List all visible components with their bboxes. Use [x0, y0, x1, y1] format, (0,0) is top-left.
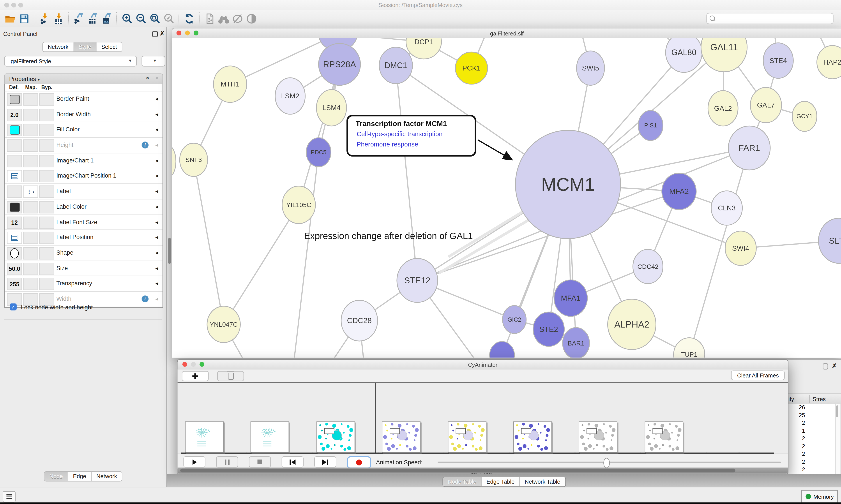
annotation-link[interactable]: Cell-type-specific transcription [357, 130, 443, 138]
default-value-cell[interactable] [7, 170, 22, 182]
open-session-icon[interactable] [3, 12, 17, 25]
save-session-icon[interactable] [17, 12, 31, 25]
tab-node[interactable]: Node [44, 472, 68, 481]
property-row-border-width[interactable]: 2.0Border Width◂ [5, 107, 162, 122]
bypass-cell[interactable] [39, 109, 54, 121]
property-row-image-chart-position-1[interactable]: Image/Chart Position 1◂ [5, 168, 162, 184]
property-row-image-chart-1[interactable]: Image/Chart 1◂ [5, 153, 162, 168]
float-panel-icon[interactable] [823, 363, 828, 370]
annotation-box[interactable]: Transcription factor MCM1 Cell-type-spec… [346, 115, 476, 157]
mapping-cell[interactable]: ⋮› [23, 186, 38, 198]
bypass-cell[interactable] [39, 155, 54, 167]
default-value-cell[interactable] [7, 186, 22, 198]
tab-edge[interactable]: Edge [68, 472, 92, 481]
properties-header[interactable]: Properties ▾ » » [4, 74, 163, 84]
hide-details-icon[interactable] [231, 12, 245, 25]
expand-row-icon[interactable]: ◂ [155, 295, 158, 302]
info-icon[interactable]: i [142, 142, 149, 149]
bypass-cell[interactable] [39, 216, 54, 229]
mapping-cell[interactable] [23, 201, 38, 213]
mapping-cell[interactable] [23, 155, 38, 167]
frame-thumbnail-0[interactable] [185, 421, 223, 453]
property-row-shape[interactable]: Shape◂ [5, 246, 162, 261]
add-frame-button[interactable]: ✚ [182, 371, 209, 381]
color-swatch[interactable] [10, 126, 20, 135]
zoom-in-icon[interactable] [120, 12, 134, 25]
default-value-cell[interactable] [7, 155, 22, 167]
expand-row-icon[interactable]: ◂ [155, 249, 158, 256]
style-selector[interactable]: galFiltered Style ▾ [4, 56, 137, 67]
show-details-icon[interactable] [245, 12, 258, 25]
mapping-cell[interactable] [23, 232, 38, 244]
expand-row-icon[interactable]: ◂ [155, 234, 158, 241]
mapping-cell[interactable] [23, 124, 38, 137]
mapping-cell[interactable] [23, 170, 38, 182]
previous-frame-button[interactable] [282, 456, 304, 467]
tab-node-table[interactable]: Node Table [443, 477, 482, 486]
tab-style[interactable]: Style [74, 42, 96, 51]
default-value-cell[interactable] [7, 201, 22, 213]
record-button[interactable] [347, 456, 371, 469]
import-network-icon[interactable] [37, 12, 52, 25]
default-value-cell[interactable] [7, 93, 22, 106]
property-row-height[interactable]: Heighti◂ [5, 138, 162, 153]
close-panel-icon[interactable]: ✗ [832, 363, 837, 370]
clear-all-frames-button[interactable]: Clear All Frames [731, 371, 785, 380]
close-panel-icon[interactable]: ✗ [160, 30, 165, 37]
expand-row-icon[interactable]: ◂ [155, 111, 158, 118]
bypass-cell[interactable] [39, 201, 54, 213]
expand-all-icon[interactable]: » [145, 77, 151, 80]
default-value-cell[interactable]: 50.0 [7, 263, 22, 275]
property-row-label-font-size[interactable]: 12Label Font Size◂ [5, 215, 162, 230]
animation-speed-slider[interactable] [437, 462, 781, 463]
bypass-cell[interactable] [39, 186, 54, 198]
table-row[interactable]: 26 [787, 404, 836, 412]
mapping-cell[interactable] [23, 278, 38, 290]
default-value-cell[interactable]: 255 [7, 278, 22, 290]
bypass-cell[interactable] [39, 93, 54, 106]
property-row-label-position[interactable]: Label Position◂ [5, 230, 162, 246]
color-swatch[interactable] [10, 95, 20, 104]
mapping-cell[interactable] [23, 216, 38, 229]
property-row-label[interactable]: ⋮›Label◂ [5, 184, 162, 199]
expand-row-icon[interactable]: ◂ [155, 172, 158, 179]
table-row[interactable]: 2 [787, 435, 836, 443]
expand-row-icon[interactable]: ◂ [155, 218, 158, 226]
property-row-fill-color[interactable]: Fill Color◂ [5, 122, 162, 138]
default-value-cell[interactable] [7, 232, 22, 244]
table-row[interactable]: 2 [787, 450, 836, 458]
stop-button[interactable] [249, 456, 271, 467]
tab-network-table[interactable]: Network Table [520, 477, 565, 486]
memory-button[interactable]: Memory [801, 490, 838, 503]
cyanimator-scrollbar[interactable] [178, 468, 788, 473]
bypass-cell[interactable] [39, 263, 54, 275]
frame-thumbnail-5[interactable] [513, 421, 552, 453]
tab-select[interactable]: Select [96, 42, 122, 51]
property-row-size[interactable]: 50.0Size◂ [5, 261, 162, 276]
refresh-icon[interactable] [182, 12, 196, 25]
style-options-button[interactable]: ▾ [142, 56, 165, 67]
frame-thumbnail-3[interactable] [382, 421, 420, 453]
search-input[interactable] [717, 14, 830, 23]
bypass-cell[interactable] [39, 170, 54, 182]
mapping-cell[interactable] [23, 140, 38, 152]
bypass-cell[interactable] [39, 232, 54, 244]
property-row-label-color[interactable]: Label Color◂ [5, 199, 162, 215]
mapping-cell[interactable] [23, 93, 38, 106]
export-network-icon[interactable] [72, 12, 86, 25]
expand-row-icon[interactable]: ◂ [155, 142, 158, 149]
table-row[interactable]: 25 [787, 412, 836, 419]
table-row[interactable]: 2 [787, 419, 836, 427]
info-icon[interactable]: i [142, 295, 149, 302]
table-row[interactable]: 1 [787, 427, 836, 435]
mapping-cell[interactable] [23, 247, 38, 259]
node-edgecut[interactable] [172, 145, 176, 178]
task-list-button[interactable] [3, 491, 16, 502]
collapse-all-icon[interactable]: » [154, 77, 160, 80]
expand-row-icon[interactable]: ◂ [155, 187, 158, 195]
timeline-playhead[interactable] [376, 383, 376, 453]
bypass-cell[interactable] [39, 140, 54, 152]
node-ste6[interactable] [490, 342, 515, 358]
default-value-cell[interactable]: 12 [7, 216, 22, 229]
frame-thumbnail-4[interactable] [448, 421, 486, 453]
